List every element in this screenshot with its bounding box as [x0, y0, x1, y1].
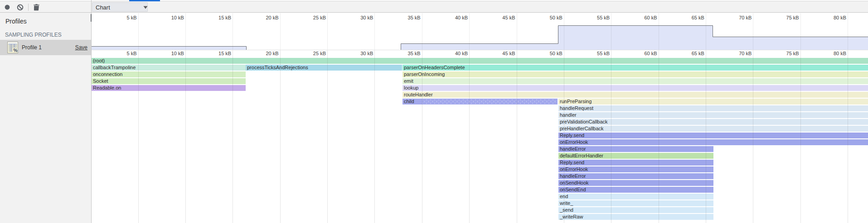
svg-text:%: %	[14, 48, 18, 53]
